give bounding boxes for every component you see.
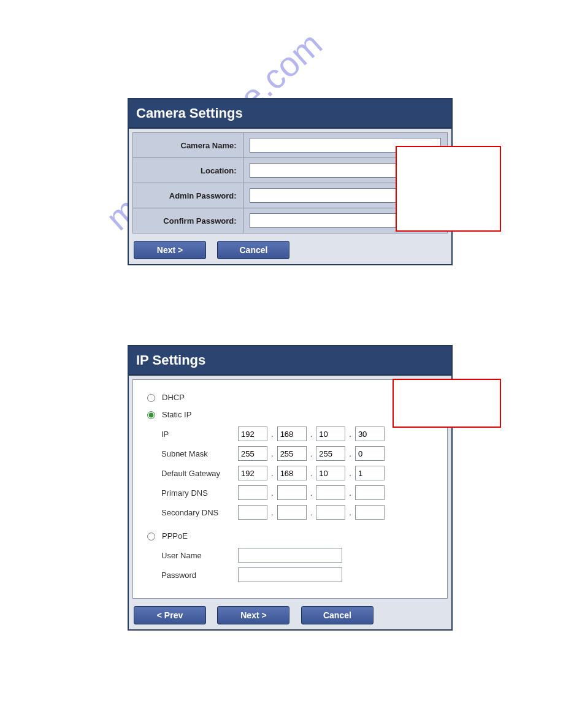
callout-box-2 [393,379,501,428]
mask-octet-1[interactable] [238,446,267,461]
sdns-octet-4[interactable] [355,505,385,520]
gw-octet-2[interactable] [277,466,307,480]
ip-label: IP [161,430,238,439]
sdns-octet-1[interactable] [238,505,267,520]
pdns-octet-2[interactable] [277,485,307,500]
dhcp-label: DHCP [162,393,185,402]
sdns-octet-2[interactable] [277,505,307,520]
static-ip-radio[interactable] [147,411,155,419]
pdns-octet-1[interactable] [238,485,267,500]
location-label: Location: [133,158,243,183]
mask-octet-3[interactable] [316,446,345,461]
ip-octet-3[interactable] [316,427,345,441]
gw-octet-1[interactable] [238,466,267,480]
gw-octet-4[interactable] [355,466,385,480]
ip-octet-2[interactable] [277,427,307,441]
mask-octet-2[interactable] [277,446,307,461]
static-ip-label: Static IP [162,410,191,419]
pppoe-pass-label: Password [161,571,238,580]
camera-cancel-button[interactable]: Cancel [217,241,289,259]
ip-next-button[interactable]: Next > [217,606,289,624]
camera-name-label: Camera Name: [133,133,243,158]
pdns-octet-4[interactable] [355,485,385,500]
mask-octet-4[interactable] [355,446,385,461]
ip-cancel-button[interactable]: Cancel [301,606,373,624]
pppoe-label: PPPoE [162,531,188,540]
pppoe-user-label: User Name [161,551,238,560]
pppoe-pass-input[interactable] [238,567,342,582]
ip-octet-1[interactable] [238,427,267,441]
pppoe-radio[interactable] [147,533,155,540]
secondary-dns-label: Secondary DNS [161,508,238,517]
primary-dns-label: Primary DNS [161,488,238,498]
ip-prev-button[interactable]: < Prev [134,606,206,624]
camera-next-button[interactable]: Next > [134,241,206,259]
camera-settings-title: Camera Settings [129,99,451,129]
subnet-mask-label: Subnet Mask [161,449,238,458]
gw-octet-3[interactable] [316,466,345,480]
sdns-octet-3[interactable] [316,505,345,520]
dhcp-radio[interactable] [147,394,155,402]
gateway-label: Default Gateway [161,469,238,478]
confirm-password-label: Confirm Password: [133,208,243,233]
ip-settings-title: IP Settings [129,346,451,376]
pppoe-user-input[interactable] [238,548,342,563]
ip-octet-4[interactable] [355,427,385,441]
callout-box-1 [396,146,501,232]
pdns-octet-3[interactable] [316,485,345,500]
admin-password-label: Admin Password: [133,183,243,208]
